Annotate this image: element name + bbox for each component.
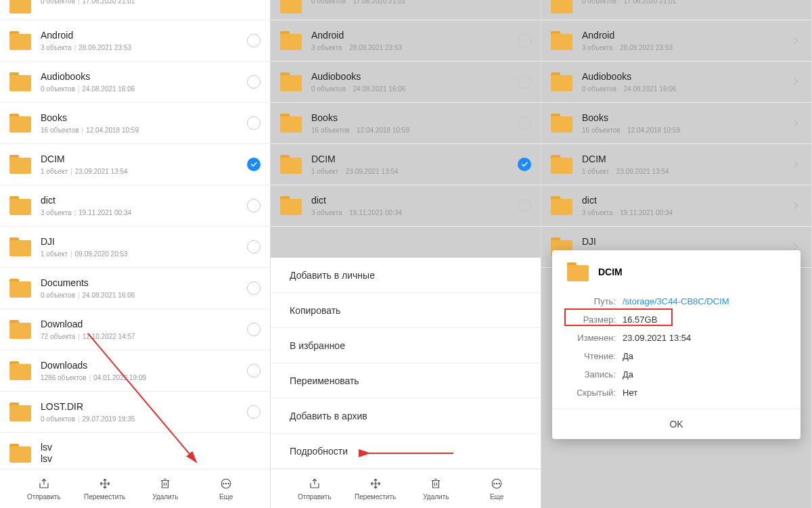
folder-icon: [567, 262, 589, 281]
chevron-right-icon: [790, 158, 802, 170]
file-text: DCIM1 объект|23.09.2021 13:54: [311, 154, 518, 175]
file-name: DJI: [41, 236, 247, 248]
file-text: dict3 объекта|19.11.2021 00:34: [582, 195, 790, 216]
context-menu-item[interactable]: Добавить в личные: [271, 258, 541, 293]
move-icon: [369, 477, 382, 490]
more-button[interactable]: Еще: [473, 477, 520, 501]
panel-3: 0 объектов|17.06.2020 21:01Android3 объе…: [541, 0, 812, 508]
file-meta: 0 объектов|24.08.2021 16:06: [41, 292, 247, 299]
file-row[interactable]: LOST.DIR0 объектов|29.07.2019 19:35: [0, 392, 270, 433]
folder-icon: [9, 361, 31, 380]
context-menu-item[interactable]: Подробности: [271, 434, 541, 469]
folder-icon: [9, 155, 31, 174]
folder-icon: [9, 444, 31, 463]
checkbox-empty[interactable]: [247, 116, 261, 130]
checkbox-empty[interactable]: [518, 34, 531, 47]
svg-point-3: [228, 483, 229, 484]
file-row[interactable]: dict3 объекта|19.11.2021 00:34: [541, 185, 811, 227]
file-meta: 1 объект|09.09.2020 20:53: [41, 250, 247, 258]
share-icon: [37, 477, 51, 490]
file-text: 0 объектов|17.06.2020 21:01: [41, 0, 261, 5]
checkbox-checked[interactable]: [518, 158, 531, 171]
file-text: dict3 объекта|19.11.2021 00:34: [311, 195, 518, 216]
checkbox-empty[interactable]: [518, 116, 531, 130]
file-meta: 1 объект|23.09.2021 13:54: [41, 168, 247, 175]
file-row[interactable]: Android3 объекта|28.09.2021 23:53: [0, 20, 270, 62]
path-value[interactable]: /storage/3C44-CB8C/DCIM: [623, 296, 729, 306]
send-button[interactable]: Отправить: [20, 477, 68, 501]
file-row[interactable]: Audiobooks0 объектов|24.08.2021 16:06: [541, 62, 811, 103]
file-row[interactable]: 0 объектов|17.06.2020 21:01: [271, 0, 541, 20]
move-button[interactable]: Переместить: [81, 477, 129, 501]
delete-button[interactable]: Удалить: [412, 477, 459, 501]
checkbox-empty[interactable]: [247, 281, 261, 295]
delete-button[interactable]: Удалить: [141, 477, 189, 501]
checkbox-empty[interactable]: [247, 34, 261, 47]
svg-point-8: [499, 483, 499, 484]
context-menu-item[interactable]: В избранное: [271, 328, 541, 363]
file-name: DJI: [582, 236, 790, 248]
file-row[interactable]: Documents0 объектов|24.08.2021 16:06: [0, 268, 270, 309]
file-meta: 0 объектов|17.06.2020 21:01: [582, 0, 802, 5]
file-text: lsvlsv: [41, 442, 261, 465]
file-row[interactable]: Audiobooks0 объектов|24.08.2021 16:06: [271, 62, 541, 103]
checkbox-empty[interactable]: [247, 405, 261, 419]
checkbox-empty[interactable]: [247, 75, 261, 89]
checkbox-empty[interactable]: [247, 240, 261, 254]
chevron-right-icon: [790, 200, 802, 212]
file-row[interactable]: lsvlsv: [0, 433, 270, 474]
folder-icon: [9, 402, 31, 421]
checkbox-empty[interactable]: [518, 75, 531, 89]
file-row[interactable]: Download72 объекта|12.10.2022 14:57: [0, 309, 270, 350]
detail-read: Чтение: Да: [552, 347, 800, 365]
file-row[interactable]: Android3 объекта|28.09.2021 23:53: [541, 20, 811, 62]
file-row[interactable]: 0 объектов|17.06.2020 21:01: [541, 0, 811, 20]
folder-icon: [9, 31, 31, 50]
folder-icon: [9, 320, 31, 339]
checkbox-empty[interactable]: [518, 199, 531, 212]
file-text: DCIM1 объект|23.09.2021 13:54: [582, 154, 790, 175]
folder-icon: [280, 114, 302, 133]
file-text: Audiobooks0 объектов|24.08.2021 16:06: [311, 71, 518, 93]
send-button[interactable]: Отправить: [291, 477, 338, 501]
file-text: dict3 объекта|19.11.2021 00:34: [41, 195, 247, 216]
folder-icon: [9, 237, 31, 256]
checkbox-empty[interactable]: [247, 323, 261, 336]
file-row[interactable]: Audiobooks0 объектов|24.08.2021 16:06: [0, 62, 270, 103]
modified-label: Изменен:: [567, 333, 616, 343]
detail-hidden: Скрытый: Нет: [552, 384, 800, 402]
panel-2: 0 объектов|17.06.2020 21:01Android3 объе…: [271, 0, 541, 508]
checkbox-empty[interactable]: [247, 364, 261, 377]
detail-path: Путь: /storage/3C44-CB8C/DCIM: [552, 292, 800, 310]
chevron-right-icon: [790, 76, 802, 88]
file-name: Download: [41, 319, 247, 330]
checkbox-empty[interactable]: [247, 199, 261, 212]
file-row[interactable]: Android3 объекта|28.09.2021 23:53: [271, 20, 541, 62]
file-meta: 3 объекта|19.11.2021 00:34: [582, 209, 790, 216]
context-menu-item[interactable]: Добавить в архив: [271, 398, 541, 434]
file-row[interactable]: dict3 объекта|19.11.2021 00:34: [271, 185, 541, 227]
svg-point-7: [497, 483, 497, 484]
file-meta: 0 объектов|24.08.2021 16:06: [311, 85, 518, 93]
file-name: Audiobooks: [41, 71, 247, 83]
more-button[interactable]: Еще: [202, 477, 250, 501]
context-menu: Добавить в личныеКопироватьВ избранноеПе…: [271, 258, 541, 469]
context-menu-item[interactable]: Копировать: [271, 293, 541, 328]
file-meta: 1286 объектов|04.01.2022 19:09: [41, 374, 247, 382]
move-button[interactable]: Переместить: [352, 477, 399, 501]
file-name: dict: [41, 195, 247, 206]
file-row[interactable]: Books16 объектов|12.04.2018 10:59: [541, 103, 811, 144]
file-row[interactable]: DJI1 объект|09.09.2020 20:53: [0, 227, 270, 268]
checkbox-checked[interactable]: [247, 158, 261, 171]
file-row[interactable]: Downloads1286 объектов|04.01.2022 19:09: [0, 350, 270, 392]
file-row[interactable]: dict3 объекта|19.11.2021 00:34: [0, 185, 270, 227]
file-row[interactable]: Books16 объектов|12.04.2018 10:59: [0, 103, 270, 144]
file-row[interactable]: DCIM1 объект|23.09.2021 13:54: [271, 144, 541, 185]
file-row[interactable]: DCIM1 объект|23.09.2021 13:54: [541, 144, 811, 185]
file-row[interactable]: 0 объектов|17.06.2020 21:01: [0, 0, 270, 20]
file-row[interactable]: Books16 объектов|12.04.2018 10:59: [271, 103, 541, 144]
context-menu-item[interactable]: Переименовать: [271, 363, 541, 398]
file-text: LOST.DIR0 объектов|29.07.2019 19:35: [41, 401, 247, 423]
ok-button[interactable]: OK: [552, 409, 800, 439]
file-row[interactable]: DCIM1 объект|23.09.2021 13:54: [0, 144, 270, 185]
